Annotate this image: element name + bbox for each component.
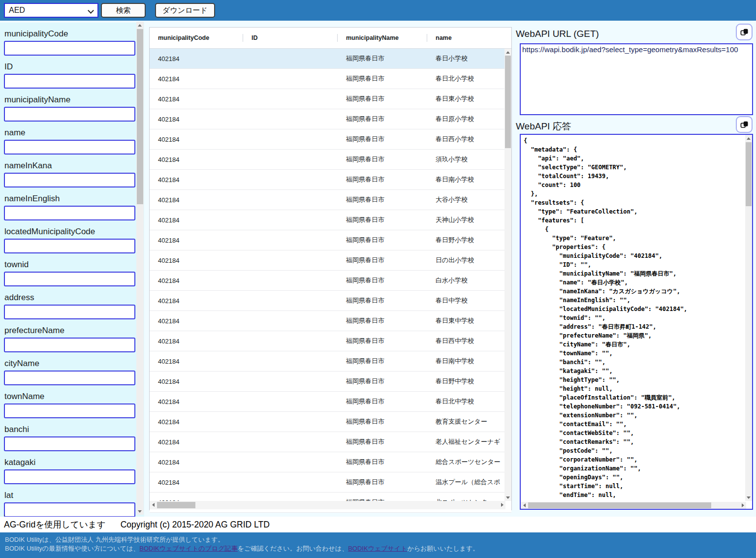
webapi-response-json: { "metadata": { "api": "aed", "selectTyp… xyxy=(521,135,744,501)
webapi-response-area[interactable]: { "metadata": { "api": "aed", "selectTyp… xyxy=(520,134,753,510)
query-field-input[interactable] xyxy=(4,239,135,253)
grid-header-municipalityName[interactable]: municipalityName xyxy=(338,28,427,48)
copy-url-button[interactable] xyxy=(736,24,753,40)
query-field-label: katagaki xyxy=(4,457,144,467)
query-field-input[interactable] xyxy=(4,41,135,56)
query-field-input[interactable] xyxy=(4,338,135,352)
cell-name: 春日野中学校 xyxy=(427,372,505,391)
scroll-down-arrow-icon[interactable] xyxy=(504,494,511,501)
table-row[interactable]: 402184 福岡県春日市 日の出小学校 xyxy=(150,250,511,271)
table-row[interactable]: 402184 福岡県春日市 春日野中学校 xyxy=(150,372,511,392)
main-area: municipalityCode ID municipalityName nam… xyxy=(0,21,756,517)
table-row[interactable]: 402184 福岡県春日市 春日原小学校 xyxy=(150,109,511,129)
cell-ID xyxy=(243,250,338,270)
cell-name: 春日中学校 xyxy=(427,291,505,310)
response-vscrollbar-thumb[interactable] xyxy=(746,142,752,206)
query-field-input[interactable] xyxy=(4,206,135,220)
cell-municipalityName: 福岡県春日市 xyxy=(338,412,427,432)
download-button[interactable]: ダウンロード xyxy=(155,3,215,18)
cell-name: 須玖小学校 xyxy=(427,150,505,169)
table-row[interactable]: 402184 福岡県春日市 春日西中学校 xyxy=(150,331,511,351)
table-row[interactable]: 402184 福岡県春日市 大谷小学校 xyxy=(150,190,511,210)
query-field-input[interactable] xyxy=(4,502,135,517)
cell-municipalityName: 福岡県春日市 xyxy=(338,170,427,189)
cell-name: 春日西中学校 xyxy=(427,331,505,351)
scroll-up-arrow-icon[interactable] xyxy=(136,22,143,29)
cell-ID xyxy=(243,311,338,331)
grid-vertical-scrollbar[interactable] xyxy=(504,49,511,501)
grid-hscrollbar-thumb[interactable] xyxy=(157,502,195,508)
response-horizontal-scrollbar[interactable] xyxy=(521,502,746,509)
sidebar-scrollbar[interactable] xyxy=(136,22,144,515)
scroll-up-arrow-icon[interactable] xyxy=(745,135,752,142)
query-field-input[interactable] xyxy=(4,272,135,286)
response-hscrollbar-thumb[interactable] xyxy=(528,502,711,508)
table-row[interactable]: 402184 福岡県春日市 春日北中学校 xyxy=(150,392,511,412)
scroll-left-arrow-icon[interactable] xyxy=(521,502,528,509)
query-field-input[interactable] xyxy=(4,305,135,319)
query-field-input[interactable] xyxy=(4,74,135,89)
table-row[interactable]: 402184 福岡県春日市 温水プール（総合スポ xyxy=(150,472,511,493)
table-row[interactable]: 402184 福岡県春日市 春日東小学校 xyxy=(150,89,511,109)
scroll-up-arrow-icon[interactable] xyxy=(504,49,511,56)
query-field-input[interactable] xyxy=(4,140,135,155)
scroll-down-arrow-icon[interactable] xyxy=(136,508,143,515)
bodik-blog-link[interactable]: BODIKウェブサイトのブログ記事 xyxy=(139,545,238,552)
query-field-input[interactable] xyxy=(4,107,135,122)
scroll-down-arrow-icon[interactable] xyxy=(745,494,752,501)
query-field: locatedMunicipalityCode xyxy=(4,226,144,253)
scroll-right-arrow-icon[interactable] xyxy=(499,501,505,508)
table-row[interactable]: 402184 福岡県春日市 春日西小学校 xyxy=(150,129,511,150)
table-row[interactable]: 402184 福岡県春日市 春日中学校 xyxy=(150,291,511,311)
cell-municipalityCode: 402184 xyxy=(150,129,243,149)
table-row[interactable]: 402184 福岡県春日市 総合スポーツセンター xyxy=(150,452,511,472)
table-row[interactable]: 402184 福岡県春日市 老人福祉センターナギ xyxy=(150,432,511,452)
response-vertical-scrollbar[interactable] xyxy=(745,135,752,501)
query-field: ID xyxy=(4,62,144,89)
cell-municipalityCode: 402184 xyxy=(150,271,243,290)
sidebar-scrollbar-thumb[interactable] xyxy=(137,29,143,204)
grid-header-municipalityCode[interactable]: municipalityCode xyxy=(150,28,243,48)
webapi-url-textarea[interactable]: https://wapi.bodik.jp/aed?select_type=ge… xyxy=(520,43,753,115)
table-row[interactable]: 402184 福岡県春日市 春日小学校 xyxy=(150,49,511,69)
cell-ID xyxy=(243,351,338,371)
stray-dot-text: . xyxy=(3,509,5,517)
cell-municipalityCode: 402184 xyxy=(150,230,243,250)
bodik-website-link[interactable]: BODIKウェブサイト xyxy=(348,545,407,552)
table-row[interactable]: 402184 福岡県春日市 春日北小学校 xyxy=(150,69,511,89)
grid-horizontal-scrollbar[interactable] xyxy=(150,501,505,509)
copy-response-button[interactable] xyxy=(736,116,753,133)
dataset-select[interactable]: AED xyxy=(4,3,98,18)
grid-vscrollbar-thumb[interactable] xyxy=(505,56,511,148)
search-button[interactable]: 検索 xyxy=(101,3,146,18)
table-row[interactable]: 402184 福岡県春日市 春日野小学校 xyxy=(150,230,511,250)
cell-name: 日の出小学校 xyxy=(427,250,505,270)
cell-municipalityCode: 402184 xyxy=(150,432,243,452)
cell-municipalityName: 福岡県春日市 xyxy=(338,69,427,89)
query-field-input[interactable] xyxy=(4,371,135,385)
cell-ID xyxy=(243,170,338,189)
query-field-input[interactable] xyxy=(4,436,135,451)
cell-municipalityCode: 402184 xyxy=(150,291,243,310)
table-row[interactable]: 402184 福岡県春日市 春日南中学校 xyxy=(150,351,511,372)
cell-municipalityName: 福岡県春日市 xyxy=(338,210,427,230)
table-row[interactable]: 402184 福岡県春日市 白水小学校 xyxy=(150,271,511,291)
grid-header-name[interactable]: name xyxy=(427,28,505,48)
query-field: townid xyxy=(4,259,144,286)
scroll-right-arrow-icon[interactable] xyxy=(739,502,746,509)
cell-municipalityName: 福岡県春日市 xyxy=(338,271,427,290)
cell-name: 春日南小学校 xyxy=(427,170,505,189)
query-field-input[interactable] xyxy=(4,469,135,484)
table-row[interactable]: 402184 福岡県春日市 春日南小学校 xyxy=(150,170,511,190)
grid-header-ID[interactable]: ID xyxy=(243,28,338,48)
copy-icon xyxy=(740,120,749,129)
copy-icon xyxy=(740,28,749,37)
scroll-left-arrow-icon[interactable] xyxy=(150,501,157,508)
table-row[interactable]: 402184 福岡県春日市 須玖小学校 xyxy=(150,150,511,170)
query-field-input[interactable] xyxy=(4,403,135,418)
chevron-down-icon xyxy=(88,7,94,14)
table-row[interactable]: 402184 福岡県春日市 教育支援センター xyxy=(150,412,511,432)
query-field-input[interactable] xyxy=(4,173,135,187)
table-row[interactable]: 402184 福岡県春日市 天神山小学校 xyxy=(150,210,511,230)
table-row[interactable]: 402184 福岡県春日市 春日東中学校 xyxy=(150,311,511,331)
